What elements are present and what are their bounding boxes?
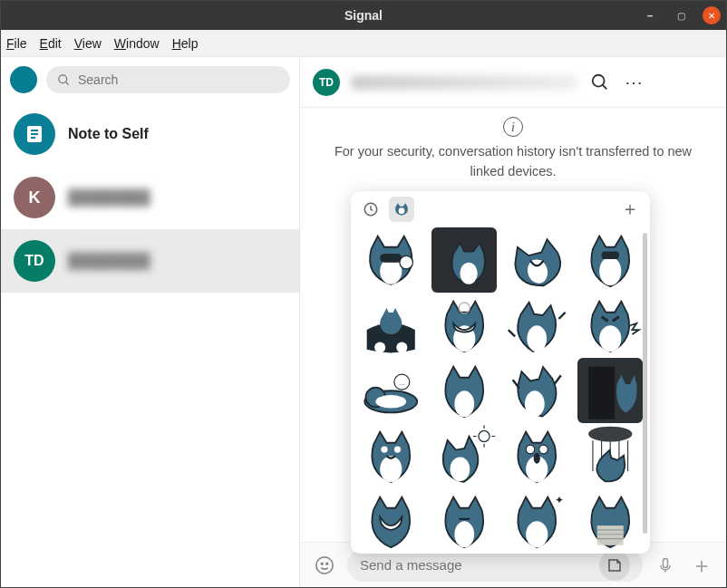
recent-stickers-tab[interactable] xyxy=(358,197,383,222)
svg-point-24 xyxy=(599,325,621,352)
svg-point-23 xyxy=(527,325,547,352)
sticker-scrollbar[interactable] xyxy=(643,233,647,534)
self-avatar[interactable] xyxy=(10,66,37,93)
sticker-pack-tab[interactable] xyxy=(389,197,414,222)
sticker-running[interactable] xyxy=(431,488,498,554)
sticker-sweater[interactable] xyxy=(577,488,644,554)
sticker-angry[interactable] xyxy=(577,293,644,359)
main-split: Note to Self K ████████ TD ████████ TD ⋯… xyxy=(1,57,726,587)
svg-point-47 xyxy=(588,426,632,441)
menu-window[interactable]: Window xyxy=(114,36,160,51)
avatar: TD xyxy=(14,240,55,282)
left-pane: Note to Self K ████████ TD ████████ xyxy=(1,57,300,587)
message-input-wrap[interactable] xyxy=(347,549,643,582)
conversation-label: ████████ xyxy=(68,189,150,206)
search-in-chat-button[interactable] xyxy=(588,71,612,94)
svg-rect-17 xyxy=(601,251,618,258)
menubar: File Edit View Window Help xyxy=(1,30,726,57)
message-input[interactable] xyxy=(360,557,599,573)
svg-text:…: … xyxy=(399,379,405,387)
menu-view[interactable]: View xyxy=(74,36,102,51)
more-menu-button[interactable]: ⋯ xyxy=(623,71,646,94)
svg-point-53 xyxy=(454,521,474,547)
sticker-dancing[interactable] xyxy=(504,293,570,359)
sticker-excited[interactable] xyxy=(358,423,424,489)
sticker-picker: ＋ xyxy=(351,191,650,554)
sticker-sunny[interactable] xyxy=(431,423,498,489)
svg-point-14 xyxy=(460,262,477,284)
sticker-button[interactable] xyxy=(599,550,630,581)
sticker-grin[interactable] xyxy=(431,293,498,359)
sticker-shocked[interactable] xyxy=(504,423,570,489)
sticker-rain-sad[interactable] xyxy=(577,423,644,489)
svg-point-0 xyxy=(59,74,67,82)
svg-point-19 xyxy=(374,342,385,352)
svg-line-1 xyxy=(65,82,68,84)
search-icon xyxy=(57,73,71,87)
sticker-grid: … ✦ xyxy=(358,227,643,546)
svg-rect-61 xyxy=(664,558,668,567)
sticker-in-bed[interactable] xyxy=(358,293,424,359)
attach-button[interactable]: ＋ xyxy=(688,552,715,579)
sticker-laugh-loud[interactable] xyxy=(358,488,424,554)
svg-point-45 xyxy=(539,445,548,454)
add-sticker-pack-button[interactable]: ＋ xyxy=(617,197,643,222)
svg-point-27 xyxy=(375,395,406,409)
search-input[interactable] xyxy=(78,72,279,87)
conversation-label: ████████ xyxy=(68,253,150,269)
svg-point-42 xyxy=(450,457,470,481)
minimize-button[interactable] xyxy=(641,6,659,24)
security-notice: i For your security, conversation histor… xyxy=(300,108,726,186)
svg-point-6 xyxy=(593,74,605,86)
conversation-item-k[interactable]: K ████████ xyxy=(1,166,299,229)
sticker-icon xyxy=(606,557,623,574)
svg-point-35 xyxy=(381,446,387,452)
clock-icon xyxy=(363,201,379,217)
chat-name[interactable] xyxy=(351,75,577,90)
chat-body: ＋ xyxy=(300,186,726,543)
svg-point-60 xyxy=(326,563,328,564)
close-button[interactable] xyxy=(703,6,721,24)
cat-pack-icon xyxy=(393,200,411,218)
sticker-annoyed[interactable]: ✦ xyxy=(504,488,570,554)
conversation-note-to-self[interactable]: Note to Self xyxy=(1,102,299,166)
microphone-icon xyxy=(656,556,674,574)
svg-point-59 xyxy=(321,563,323,564)
sticker-jump[interactable] xyxy=(504,358,570,424)
sticker-laughing[interactable] xyxy=(504,227,570,294)
svg-point-9 xyxy=(399,207,405,214)
sticker-standing[interactable] xyxy=(577,227,644,294)
maximize-button[interactable] xyxy=(672,6,690,24)
sticker-lying-down[interactable]: … xyxy=(358,358,424,424)
sticker-praying[interactable] xyxy=(431,358,498,424)
window-controls xyxy=(641,1,721,30)
svg-point-20 xyxy=(396,342,407,352)
svg-rect-57 xyxy=(596,525,623,545)
menu-help[interactable]: Help xyxy=(172,36,199,51)
svg-rect-11 xyxy=(380,254,402,263)
titlebar: Signal xyxy=(1,1,726,30)
voice-message-button[interactable] xyxy=(652,552,679,579)
menu-edit[interactable]: Edit xyxy=(40,36,62,51)
svg-rect-33 xyxy=(588,366,615,419)
avatar: K xyxy=(14,177,55,218)
sticker-thumbs-up[interactable] xyxy=(358,227,424,294)
svg-line-7 xyxy=(603,84,607,89)
chat-avatar[interactable]: TD xyxy=(313,69,340,96)
svg-point-44 xyxy=(526,445,535,454)
search-field[interactable] xyxy=(46,66,290,93)
svg-point-55 xyxy=(526,521,548,547)
sticker-corner-peek[interactable] xyxy=(431,227,498,294)
sticker-door[interactable] xyxy=(577,358,644,424)
emoji-button[interactable] xyxy=(311,552,338,579)
notice-text: For your security, conversation history … xyxy=(327,142,699,182)
svg-point-46 xyxy=(534,452,540,463)
svg-point-34 xyxy=(380,456,402,482)
menu-file[interactable]: File xyxy=(6,36,27,51)
svg-point-16 xyxy=(599,256,621,284)
chat-header: TD ⋯ xyxy=(300,57,726,108)
svg-point-36 xyxy=(394,446,401,452)
smiley-icon xyxy=(315,555,334,575)
conversation-item-td[interactable]: TD ████████ xyxy=(1,229,299,293)
search-row xyxy=(1,57,299,102)
